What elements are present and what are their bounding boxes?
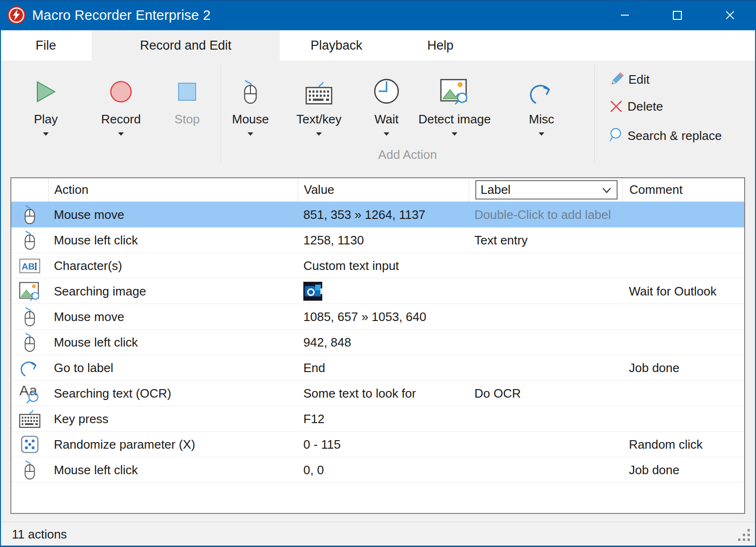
row-value: Some text to look for (298, 386, 469, 401)
main-content: ActionValueLabelComment Mouse move851, 3… (0, 165, 756, 522)
row-label[interactable]: Text entry (469, 233, 622, 248)
row-action-icon-cell (11, 406, 48, 432)
dropdown-caret-icon[interactable] (248, 132, 253, 136)
table-row[interactable]: Mouse left click0, 0Job done (11, 457, 744, 483)
row-label[interactable]: Do OCR (469, 386, 622, 401)
ocr-icon: Aa (19, 382, 40, 404)
row-action: Mouse left click (48, 335, 298, 350)
column-header-label: Label (469, 178, 622, 201)
row-label[interactable]: Double-Click to add label (469, 208, 622, 222)
action-count: 11 actions (12, 522, 67, 546)
mouse-icon (22, 230, 37, 251)
ribbon-button-record[interactable]: Record (93, 74, 149, 136)
tab-record-and-edit[interactable]: Record and Edit (92, 30, 280, 61)
column-header-icon[interactable] (11, 178, 48, 201)
ribbon-button-delete[interactable]: Delete (609, 99, 663, 114)
row-value: Custom text input (298, 259, 469, 273)
ribbon-button-misc[interactable]: Misc (515, 74, 568, 136)
stop-icon (174, 74, 200, 105)
dropdown-caret-icon[interactable] (539, 132, 544, 136)
row-action-icon-cell: ABI (11, 253, 48, 278)
table-body: Mouse move851, 353 » 1264, 1137Double-Cl… (11, 202, 744, 483)
ribbon-button-edit[interactable]: Edit (609, 71, 650, 87)
svg-text:a: a (29, 382, 37, 398)
row-action-icon-cell (11, 278, 48, 304)
row-action: Mouse left click (48, 463, 298, 478)
column-header-action[interactable]: Action (48, 178, 298, 201)
dropdown-caret-icon[interactable] (316, 132, 322, 136)
column-header-label: Value (304, 182, 335, 197)
ribbon-button-label: Misc (529, 112, 554, 127)
characters-icon: ABI (19, 258, 41, 274)
ribbon-button-label: Edit (628, 72, 650, 87)
menu-tabbar: FileRecord and EditPlaybackHelp (0, 30, 756, 61)
delete-x-icon (609, 99, 624, 114)
tab-file[interactable]: File (0, 30, 92, 61)
table-row[interactable]: Go to labelEndJob done (11, 355, 744, 381)
table-row[interactable]: Mouse move1085, 657 » 1053, 640 (11, 304, 744, 330)
resize-grip-icon[interactable] (737, 528, 750, 543)
ribbon-button-label: Detect image (418, 112, 490, 127)
svg-text:I: I (34, 260, 38, 272)
search-image-icon (19, 282, 41, 301)
column-header-label: Comment (629, 182, 683, 197)
dropdown-caret-icon[interactable] (118, 132, 124, 136)
row-comment: Job done (622, 361, 744, 375)
row-action-icon-cell: Aa (11, 381, 48, 406)
play-icon (33, 74, 59, 105)
clock-icon (373, 74, 400, 105)
column-header-comment[interactable]: Comment (622, 178, 744, 201)
ribbon-button-mouse[interactable]: Mouse (222, 74, 279, 136)
ribbon-button-label: Record (101, 112, 141, 127)
dropdown-caret-icon[interactable] (43, 132, 49, 136)
table-row[interactable]: Mouse move851, 353 » 1264, 1137Double-Cl… (11, 202, 744, 227)
column-header-label: Action (54, 182, 88, 197)
table-row[interactable]: ABICharacter(s)Custom text input (11, 253, 744, 278)
row-value: 1085, 657 » 1053, 640 (298, 310, 469, 324)
ribbon-button-label: Text/key (296, 112, 341, 127)
titlebar: Macro Recorder Enterprise 2 (0, 0, 756, 30)
searched-image-thumbnail (303, 282, 322, 301)
pencil-icon (609, 71, 625, 87)
maximize-button[interactable] (651, 0, 704, 30)
row-action-icon-cell (11, 202, 48, 227)
table-row[interactable]: Key pressF12 (11, 406, 744, 432)
table-header: ActionValueLabelComment (11, 178, 744, 202)
ribbon-button-search-replace[interactable]: Search & replace (609, 127, 722, 144)
row-action: Mouse move (48, 310, 298, 324)
dropdown-caret-icon[interactable] (452, 132, 457, 136)
ribbon-button-play[interactable]: Play (17, 74, 74, 136)
mouse-icon (22, 307, 37, 327)
row-value: 1258, 1130 (298, 233, 469, 248)
app-window: Macro Recorder Enterprise 2 FileRecord a… (0, 0, 756, 547)
row-value: 0, 0 (298, 463, 469, 478)
ribbon-button-label: Mouse (232, 112, 269, 127)
row-action: Key press (48, 412, 298, 426)
table-row[interactable]: AaSearching text (OCR)Some text to look … (11, 381, 744, 406)
ribbon-button-wait[interactable]: Wait (362, 74, 411, 136)
row-value: 851, 353 » 1264, 1137 (298, 208, 469, 222)
tab-playback[interactable]: Playback (280, 30, 393, 61)
label-filter-dropdown[interactable]: Label (475, 180, 618, 200)
ribbon-button-text-key[interactable]: Text/key (287, 74, 351, 136)
table-row[interactable]: Searching imageWait for Outlook (11, 278, 744, 304)
close-button[interactable] (704, 0, 756, 30)
dropdown-caret-icon[interactable] (384, 132, 389, 136)
dice-icon (20, 435, 39, 454)
goto-arrow-icon (528, 74, 555, 105)
window-border-left (0, 30, 1, 547)
row-comment: Random click (622, 437, 744, 452)
minimize-button[interactable] (599, 0, 651, 30)
label-filter-value: Label (476, 182, 601, 197)
ribbon-group-label: Add Action (221, 148, 594, 162)
tab-help[interactable]: Help (393, 30, 488, 61)
table-row[interactable]: Mouse left click942, 848 (11, 330, 744, 355)
row-action-icon-cell (11, 227, 48, 253)
table-row[interactable]: Mouse left click1258, 1130Text entry (11, 227, 744, 253)
maximize-icon (673, 11, 682, 20)
ribbon-button-detect-image[interactable]: Detect image (414, 74, 495, 136)
table-row[interactable]: Randomize parameter (X)0 - 115Random cli… (11, 432, 744, 457)
column-header-value[interactable]: Value (298, 178, 469, 201)
row-value: 942, 848 (298, 335, 469, 350)
row-action: Searching text (OCR) (48, 386, 298, 401)
